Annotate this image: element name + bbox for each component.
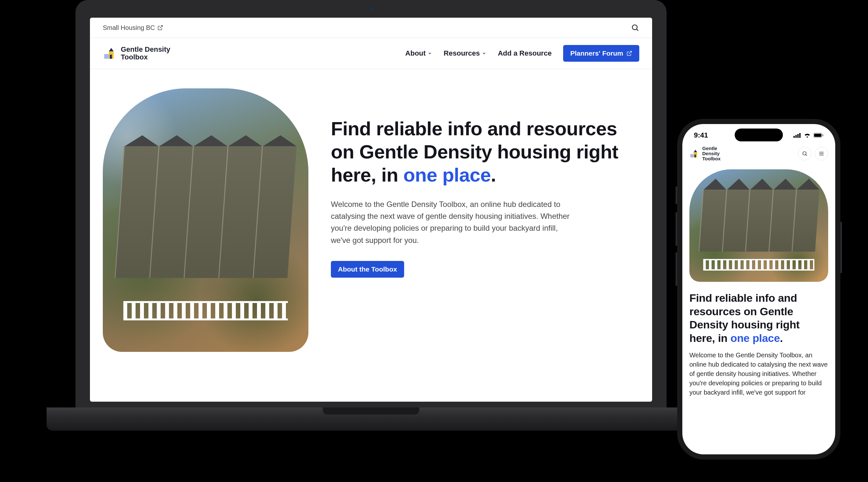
brand-line1: Gentle Density (121, 46, 170, 53)
phone-side-button (840, 222, 842, 273)
brand[interactable]: Gentle Density Toolbox (103, 46, 170, 61)
brand-text: Gentle Density Toolbox (702, 146, 720, 161)
svg-point-1 (632, 25, 637, 30)
nav-about-label: About (405, 49, 426, 58)
nav-add-resource-label: Add a Resource (498, 49, 552, 58)
parent-org-link[interactable]: Small Housing BC (103, 24, 163, 31)
cellular-icon (794, 133, 801, 138)
nav-add-resource[interactable]: Add a Resource (498, 49, 552, 58)
phone-side-button (676, 252, 677, 286)
chevron-down-icon (482, 51, 486, 56)
external-link-icon (626, 51, 632, 56)
search-icon (802, 151, 808, 156)
search-icon (631, 24, 639, 32)
status-time: 9:41 (694, 131, 708, 140)
hero-image (103, 88, 308, 352)
wifi-icon (804, 133, 811, 138)
brand-line-toolbox: Toolbox (702, 156, 720, 161)
brand-line2: Toolbox (121, 53, 170, 61)
laptop-base (46, 408, 695, 430)
svg-rect-14 (823, 134, 824, 136)
headline-accent: one place (403, 164, 491, 186)
headline-post: . (780, 332, 783, 344)
nav-resources-label: Resources (444, 49, 480, 58)
svg-rect-13 (814, 134, 822, 137)
brand-line-density: Density (702, 151, 720, 156)
battery-icon (813, 133, 824, 138)
laptop-shadow (53, 430, 689, 450)
phone-side-button (676, 186, 677, 204)
svg-rect-10 (797, 134, 799, 138)
utility-bar: Small Housing BC (90, 18, 652, 38)
laptop-mockup: Small Housing BC (46, 0, 695, 434)
svg-rect-9 (796, 135, 797, 138)
logo-icon (103, 47, 116, 60)
svg-line-7 (629, 51, 631, 54)
external-link-icon (157, 25, 163, 31)
mobile-viewport: 9:41 (682, 124, 835, 454)
phone-dynamic-island (735, 128, 783, 141)
svg-rect-3 (104, 54, 109, 59)
svg-rect-18 (694, 155, 696, 157)
hero-section: Find reliable info and resources on Gent… (90, 69, 652, 402)
desktop-viewport: Small Housing BC (90, 18, 652, 402)
laptop-bezel: Small Housing BC (75, 0, 666, 408)
hero-headline: Find reliable info and resources on Gent… (331, 117, 639, 187)
svg-line-20 (806, 155, 807, 156)
hero-image-houses (115, 146, 297, 278)
hero-image (689, 169, 828, 282)
svg-marker-5 (109, 48, 114, 52)
laptop-hinge-notch (323, 408, 419, 415)
about-toolbox-label: About the Toolbox (338, 265, 397, 273)
brand-text: Gentle Density Toolbox (121, 46, 170, 61)
nav-links: About Resources Add a Resource Planners'… (405, 45, 639, 62)
svg-marker-17 (694, 150, 698, 152)
parent-org-label: Small Housing BC (103, 24, 155, 31)
hamburger-icon (818, 151, 824, 156)
hero-copy: Find reliable info and resources on Gent… (331, 88, 639, 389)
about-toolbox-button[interactable]: About the Toolbox (331, 261, 404, 278)
phone-mockup: 9:41 (677, 119, 840, 459)
mobile-menu-button[interactable] (815, 147, 828, 160)
chevron-down-icon (428, 51, 432, 56)
logo-icon (689, 149, 699, 158)
hero-image-houses (699, 189, 819, 251)
hero-body: Welcome to the Gentle Density Toolbox, a… (331, 198, 575, 246)
svg-line-0 (160, 25, 162, 28)
nav-about[interactable]: About (405, 49, 432, 58)
mobile-header: Gentle Density Toolbox (682, 141, 835, 165)
nav-resources[interactable]: Resources (444, 49, 486, 58)
brand[interactable]: Gentle Density Toolbox (689, 146, 720, 161)
svg-rect-6 (110, 55, 112, 59)
svg-line-2 (637, 29, 638, 31)
hero-image-fence (123, 301, 288, 320)
main-navigation: Gentle Density Toolbox About Resources (90, 38, 652, 69)
hero-image-fence (703, 259, 814, 271)
planners-forum-button[interactable]: Planners' Forum (563, 45, 639, 62)
phone-side-button (676, 212, 677, 246)
planners-forum-label: Planners' Forum (570, 50, 623, 57)
headline-accent: one place (731, 332, 780, 344)
headline-post: . (491, 164, 496, 186)
svg-rect-8 (794, 136, 795, 138)
hero-headline: Find reliable info and resources on Gent… (682, 282, 835, 345)
svg-rect-15 (690, 154, 694, 157)
mobile-search-button[interactable] (798, 147, 811, 160)
search-button[interactable] (631, 24, 639, 32)
hero-body: Welcome to the Gentle Density Toolbox, a… (682, 345, 835, 397)
svg-rect-11 (799, 133, 801, 138)
svg-point-19 (803, 152, 806, 155)
brand-line-gentle: Gentle (702, 146, 720, 151)
laptop-camera (369, 8, 373, 11)
